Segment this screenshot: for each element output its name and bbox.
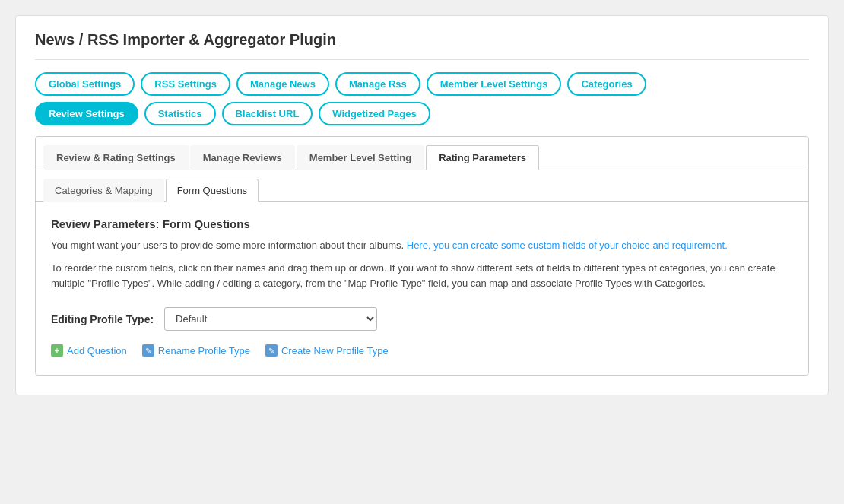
tabs-row: Review & Rating Settings Manage Reviews … [36, 137, 808, 170]
tab-member-level-setting[interactable]: Member Level Setting [297, 145, 424, 170]
tab-review-rating[interactable]: Review & Rating Settings [43, 145, 189, 170]
desc1-highlight: Here, you can create some custom fields … [404, 239, 728, 251]
subtab-categories-mapping[interactable]: Categories & Mapping [43, 179, 164, 202]
tab-manage-reviews[interactable]: Manage Reviews [190, 145, 295, 170]
action-links: + Add Question ✎ Rename Profile Type ✎ C… [51, 344, 793, 357]
description-1: You might want your users to provide som… [51, 238, 793, 253]
nav-btn-member-level-settings[interactable]: Member Level Settings [427, 72, 562, 96]
add-question-label: Add Question [67, 345, 127, 357]
nav-btn-statistics[interactable]: Statistics [144, 102, 216, 125]
page-title: News / RSS Importer & Aggregator Plugin [35, 31, 809, 60]
nav-btn-blacklist-url[interactable]: Blacklist URL [222, 102, 313, 125]
nav-btn-manage-news[interactable]: Manage News [236, 72, 329, 96]
nav-buttons-row2: Review Settings Statistics Blacklist URL… [35, 102, 809, 125]
tab-rating-parameters[interactable]: Rating Parameters [426, 145, 539, 170]
nav-btn-widgetized-pages[interactable]: Widgetized Pages [319, 102, 430, 125]
description-2: To reorder the custom fields, click on t… [51, 261, 793, 293]
content-body: Review Parameters: Form Questions You mi… [36, 202, 808, 375]
rename-profile-label: Rename Profile Type [158, 345, 250, 357]
create-new-profile-link[interactable]: ✎ Create New Profile Type [265, 344, 389, 357]
rename-profile-icon: ✎ [142, 344, 154, 357]
nav-btn-rss-settings[interactable]: RSS Settings [141, 72, 230, 96]
nav-btn-review-settings[interactable]: Review Settings [35, 102, 138, 125]
page-container: News / RSS Importer & Aggregator Plugin … [15, 15, 829, 395]
editing-profile-type-row: Editing Profile Type: Default [51, 307, 793, 331]
subtabs-row: Categories & Mapping Form Questions [36, 170, 808, 202]
add-question-link[interactable]: + Add Question [51, 344, 127, 357]
create-new-profile-label: Create New Profile Type [281, 345, 389, 357]
create-profile-icon: ✎ [265, 344, 278, 357]
content-box: Review & Rating Settings Manage Reviews … [35, 136, 809, 376]
desc1-text: You might want your users to provide som… [51, 239, 404, 251]
editing-profile-type-label: Editing Profile Type: [51, 313, 154, 325]
subtab-form-questions[interactable]: Form Questions [166, 179, 259, 202]
section-title: Review Parameters: Form Questions [51, 217, 793, 230]
add-question-icon: + [51, 344, 63, 357]
nav-btn-categories[interactable]: Categories [567, 72, 646, 96]
nav-btn-global-settings[interactable]: Global Settings [35, 72, 135, 96]
nav-btn-manage-rss[interactable]: Manage Rss [335, 72, 420, 96]
rename-profile-link[interactable]: ✎ Rename Profile Type [142, 344, 250, 357]
profile-type-select[interactable]: Default [164, 307, 377, 331]
nav-buttons: Global Settings RSS Settings Manage News… [35, 72, 809, 96]
